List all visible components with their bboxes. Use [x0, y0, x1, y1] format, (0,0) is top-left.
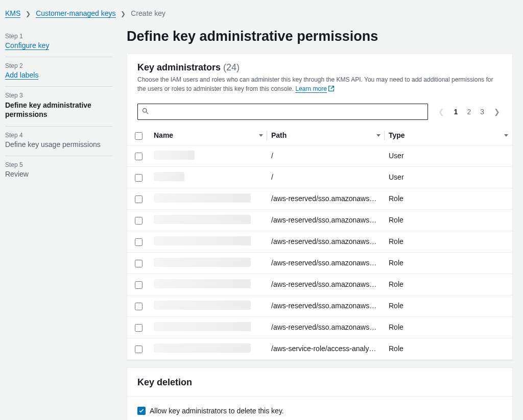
cell-path: /aws-service-role/access-analy…: [271, 344, 381, 353]
redacted-name: [154, 236, 251, 245]
table-row: /aws-reserved/sso.amazonaws…Role: [127, 231, 512, 252]
wizard-step: Step 2Add labels: [5, 57, 112, 87]
page-number[interactable]: 3: [479, 107, 486, 117]
redacted-name: [154, 172, 184, 181]
cell-type: User: [385, 145, 512, 166]
breadcrumb-customer-managed-keys[interactable]: Customer-managed keys: [36, 9, 115, 18]
step-number: Step 3: [5, 92, 112, 99]
step-number: Step 2: [5, 62, 112, 69]
cell-type: Role: [385, 274, 512, 295]
table-row: /aws-reserved/sso.amazonaws…Role: [127, 295, 512, 316]
allow-delete-label: Allow key administrators to delete this …: [150, 407, 284, 415]
page-next[interactable]: ❯: [492, 107, 502, 117]
redacted-name: [154, 301, 251, 310]
key-deletion-panel: Key deletion Allow key administrators to…: [127, 367, 513, 420]
table-row: /aws-service-role/access-analy…Role: [127, 338, 512, 359]
key-administrators-panel: Key administrators (24) Choose the IAM u…: [127, 54, 513, 360]
cell-type: Role: [385, 231, 512, 252]
row-checkbox[interactable]: [135, 303, 142, 310]
table-row: /aws-reserved/sso.amazonaws…Role: [127, 252, 512, 274]
redacted-name: [154, 258, 251, 267]
cell-type: Role: [385, 295, 512, 316]
cell-type: Role: [385, 209, 512, 231]
search-input-wrapper: [137, 104, 428, 120]
cell-path: /aws-reserved/sso.amazonaws…: [271, 237, 381, 245]
redacted-name: [154, 279, 251, 288]
chevron-right-icon: ❯: [121, 10, 126, 17]
row-checkbox[interactable]: [135, 238, 142, 246]
step-number: Step 4: [5, 132, 112, 139]
external-link-icon: [328, 85, 335, 94]
cell-type: Role: [385, 188, 512, 209]
wizard-step: Step 1Configure key: [5, 28, 112, 57]
step-number: Step 1: [5, 33, 112, 40]
step-number: Step 5: [5, 161, 112, 168]
page-number[interactable]: 2: [465, 107, 472, 117]
pagination: ❮123❯: [436, 107, 502, 117]
chevron-right-icon: ❯: [26, 10, 31, 17]
wizard-step: Step 3Define key administrative permissi…: [5, 87, 112, 127]
breadcrumb-kms[interactable]: KMS: [5, 9, 20, 18]
panel-description: Choose the IAM users and roles who can a…: [137, 75, 502, 94]
page-title: Define key administrative permissions: [127, 29, 513, 44]
allow-delete-checkbox[interactable]: [137, 407, 146, 415]
panel-title-text: Key administrators: [137, 62, 221, 72]
redacted-name: [154, 343, 251, 353]
cell-path: /aws-reserved/sso.amazonaws…: [271, 194, 381, 203]
row-checkbox[interactable]: [135, 324, 142, 332]
step-label-current: Define key administrative permissions: [5, 101, 112, 119]
cell-path: /aws-reserved/sso.amazonaws…: [271, 323, 381, 331]
row-checkbox[interactable]: [135, 345, 142, 353]
redacted-name: [154, 322, 251, 331]
cell-type: Role: [385, 252, 512, 274]
step-link[interactable]: Add labels: [5, 71, 38, 80]
wizard-step: Step 4Define key usage permissions: [5, 127, 112, 156]
cell-path: /aws-reserved/sso.amazonaws…: [271, 302, 381, 310]
wizard-step: Step 5Review: [5, 156, 112, 185]
cell-type: Role: [385, 338, 512, 359]
wizard-sidebar: Step 1Configure keyStep 2Add labelsStep …: [5, 28, 112, 420]
redacted-name: [154, 151, 195, 160]
column-header-name[interactable]: Name: [154, 131, 173, 139]
svg-line-1: [146, 112, 148, 114]
panel-title-count: (24): [223, 62, 240, 72]
table-row: /aws-reserved/sso.amazonaws…Role: [127, 274, 512, 295]
step-link[interactable]: Configure key: [5, 41, 49, 50]
cell-path: /: [271, 173, 381, 181]
row-checkbox[interactable]: [135, 217, 142, 225]
column-header-type[interactable]: Type: [389, 131, 405, 139]
column-header-path[interactable]: Path: [271, 131, 287, 139]
cell-type: Role: [385, 316, 512, 338]
page-number[interactable]: 1: [453, 107, 460, 117]
step-label: Define key usage permissions: [5, 140, 112, 149]
row-checkbox[interactable]: [135, 153, 142, 160]
sort-icon[interactable]: [376, 134, 381, 137]
search-icon: [141, 107, 149, 116]
table-row: /aws-reserved/sso.amazonaws…Role: [127, 209, 512, 231]
row-checkbox[interactable]: [135, 195, 142, 203]
table-row: /User: [127, 166, 512, 188]
table-row: /aws-reserved/sso.amazonaws…Role: [127, 188, 512, 209]
row-checkbox[interactable]: [135, 260, 142, 267]
cell-path: /aws-reserved/sso.amazonaws…: [271, 259, 381, 267]
breadcrumb-current: Create key: [131, 9, 165, 17]
cell-type: User: [385, 166, 512, 188]
cell-path: /aws-reserved/sso.amazonaws…: [271, 216, 381, 224]
cell-path: /: [271, 152, 381, 160]
search-input[interactable]: [137, 104, 428, 120]
row-checkbox[interactable]: [135, 281, 142, 289]
row-checkbox[interactable]: [135, 174, 142, 182]
cell-path: /aws-reserved/sso.amazonaws…: [271, 280, 381, 288]
redacted-name: [154, 215, 251, 224]
learn-more-link[interactable]: Learn more: [295, 85, 326, 93]
table-row: /aws-reserved/sso.amazonaws…Role: [127, 316, 512, 338]
step-label: Review: [5, 170, 112, 178]
table-row: /User: [127, 145, 512, 166]
breadcrumb: KMS ❯ Customer-managed keys ❯ Create key: [5, 7, 513, 20]
key-deletion-title: Key deletion: [137, 377, 502, 388]
sort-icon[interactable]: [504, 134, 508, 137]
svg-point-0: [143, 109, 147, 113]
sort-icon[interactable]: [259, 134, 263, 137]
admins-table: Name Path Type /User/User/aws-reserved/s…: [127, 126, 512, 360]
select-all-checkbox[interactable]: [135, 132, 142, 140]
